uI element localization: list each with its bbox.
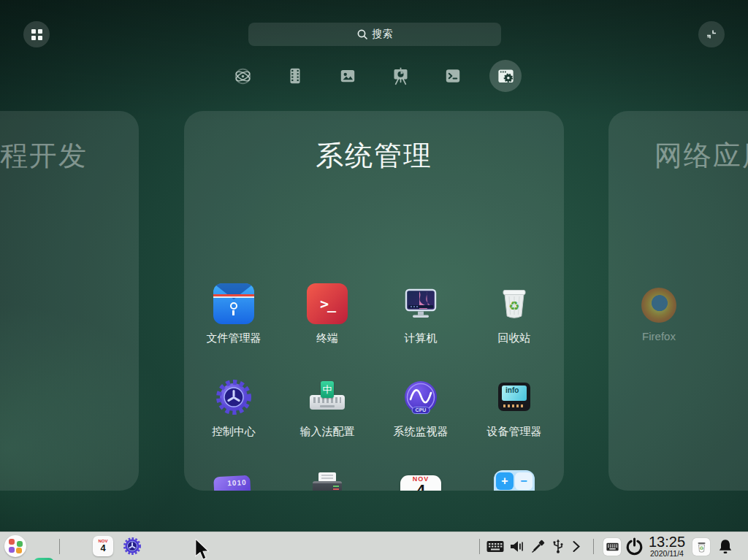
app-item-calendar[interactable]: NOV 4 WED 日历 <box>374 470 468 491</box>
app-label: 设备管理器 <box>468 425 561 439</box>
calendar-dock-icon[interactable]: NOV 4 <box>93 536 113 556</box>
control-center-gear-icon <box>213 377 254 418</box>
virtual-keyboard-button[interactable] <box>603 538 621 556</box>
calc-plus-tile: + <box>496 472 514 490</box>
tray-divider <box>593 539 594 554</box>
firefox-icon <box>641 288 676 323</box>
app-grid: 文件管理器 >_ 终端 <box>187 283 561 491</box>
dock-calendar-day: 4 <box>93 544 113 553</box>
category-panel-internet[interactable]: 网络应用 Firefox <box>608 111 748 491</box>
volume-tray-icon[interactable] <box>509 540 524 556</box>
calendar-day: 4 <box>400 483 441 491</box>
app-item-file-manager[interactable]: 文件管理器 <box>187 283 280 377</box>
search-icon <box>357 29 367 39</box>
terminal-icon <box>443 66 462 85</box>
launcher-dot-purple <box>9 547 15 553</box>
calc-minus-tile: − <box>515 472 533 490</box>
keyboard-layout-tray-icon[interactable] <box>486 540 504 556</box>
desktop-launcher-fullscreen: 搜索 <box>0 0 748 560</box>
app-item-device-manager[interactable]: info 设备管理器 <box>468 377 561 470</box>
category-graphics[interactable] <box>332 60 364 92</box>
category-panel-system: 系统管理 文件管理器 >_ 终端 <box>184 111 564 491</box>
clock-widget[interactable]: 13:25 2020/11/4 <box>646 534 688 558</box>
category-development[interactable] <box>437 60 469 92</box>
app-label: Firefox <box>619 330 699 342</box>
trash-bin-icon: ♻ <box>494 283 535 324</box>
notifications-bell-button[interactable] <box>717 538 733 558</box>
input-method-keyboard-icon: 中 <box>307 377 348 418</box>
terminal-app-icon: >_ <box>307 283 348 324</box>
app-item-trash[interactable]: ♻ 回收站 <box>468 283 561 377</box>
log-digits: 1010 <box>227 478 247 487</box>
launcher-mode-button[interactable] <box>23 21 50 47</box>
exit-fullscreen-icon <box>705 28 718 41</box>
film-strip-icon <box>286 66 305 85</box>
app-item-print-manager[interactable]: 打印管理器 <box>280 470 374 491</box>
app-item-computer[interactable]: 计算机 <box>374 283 468 377</box>
app-item-control-center[interactable]: 控制中心 <box>187 377 280 470</box>
terminal-prompt-glyph: >_ <box>320 295 335 312</box>
mouse-cursor <box>194 539 213 560</box>
dock-divider <box>59 539 60 554</box>
panel-title: 编程开发 <box>0 137 88 174</box>
info-label: info <box>505 386 519 394</box>
internet-atom-icon <box>233 66 253 86</box>
launcher-dot-green <box>17 541 23 547</box>
trash-mini-icon: ♻ <box>696 541 707 553</box>
app-item-system-monitor[interactable]: CPU 系统监视器 <box>374 377 468 470</box>
app-label: 回收站 <box>468 331 561 345</box>
search-placeholder: 搜索 <box>373 28 393 41</box>
trash-dock-button[interactable]: ♻ <box>692 538 710 556</box>
app-item-input-method[interactable]: 中 输入法配置 <box>280 377 374 470</box>
category-internet[interactable] <box>226 60 259 92</box>
app-label: 输入法配置 <box>280 425 374 439</box>
cpu-badge: CPU <box>412 407 430 414</box>
panel-title: 网络应用 <box>654 137 748 174</box>
exit-fullscreen-button[interactable] <box>698 21 725 47</box>
tray-divider <box>479 539 480 554</box>
zhong-badge: 中 <box>321 381 334 398</box>
app-item-firefox[interactable]: Firefox <box>619 286 699 342</box>
app-item-log-viewer[interactable]: 1010 日志收集工具 <box>187 470 280 491</box>
category-panel-development[interactable]: 编程开发 <box>0 111 139 491</box>
launcher-dot-orange <box>16 548 22 553</box>
control-center-dock-icon[interactable] <box>122 536 142 559</box>
tray-expand-chevron[interactable] <box>572 540 581 556</box>
recycle-glyph: ♻ <box>508 299 519 313</box>
printer-icon <box>307 470 348 491</box>
svg-text:♻: ♻ <box>699 545 703 551</box>
calculator-icon: + − × = <box>494 470 535 491</box>
computer-monitor-icon <box>400 283 441 324</box>
app-label: 文件管理器 <box>187 331 280 345</box>
clock-time: 13:25 <box>646 534 688 549</box>
system-window-gear-icon <box>496 66 516 86</box>
clock-date: 2020/11/4 <box>646 549 688 558</box>
category-bar <box>226 60 522 92</box>
app-label: 计算机 <box>374 331 468 345</box>
usb-device-tray-icon[interactable] <box>552 539 564 557</box>
presentation-board-icon <box>391 66 411 86</box>
app-grid-icon <box>31 29 42 40</box>
system-monitor-icon: CPU <box>400 377 441 418</box>
log-collector-icon: 1010 <box>213 470 254 491</box>
launcher-dot-red <box>9 539 15 545</box>
picture-icon <box>338 66 357 85</box>
category-office[interactable] <box>384 60 416 92</box>
virtual-keyboard-icon <box>606 542 619 551</box>
app-label: 控制中心 <box>187 425 280 439</box>
category-video[interactable] <box>279 60 311 92</box>
file-manager-icon <box>213 283 254 324</box>
calendar-app-icon: NOV 4 WED <box>400 475 441 491</box>
search-input[interactable]: 搜索 <box>248 23 501 46</box>
device-manager-chip-icon: info <box>494 377 535 418</box>
app-label: 系统监视器 <box>374 425 468 439</box>
panel-title: 系统管理 <box>184 137 564 174</box>
app-item-terminal[interactable]: >_ 终端 <box>280 283 374 377</box>
app-label: 终端 <box>280 331 374 345</box>
pen-input-tray-icon[interactable] <box>531 540 545 556</box>
taskbar: NOV 4 <box>0 532 748 560</box>
launcher-dock-button[interactable] <box>4 535 26 557</box>
power-button[interactable] <box>625 537 644 559</box>
app-item-calculator[interactable]: + − × = 计算器 <box>468 470 561 491</box>
category-system[interactable] <box>489 60 522 92</box>
